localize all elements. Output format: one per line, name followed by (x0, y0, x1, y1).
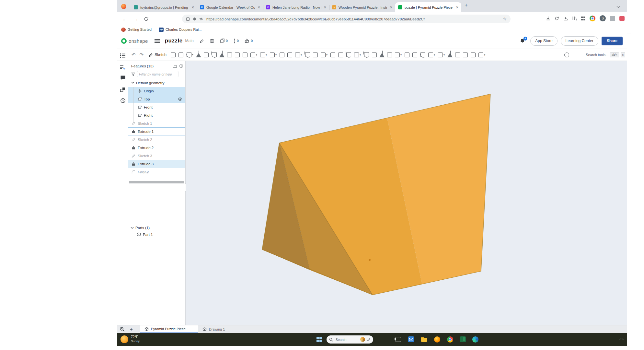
feature-extrude-3[interactable]: Extrude 3 (128, 160, 185, 168)
extrude-tool[interactable] (170, 52, 176, 58)
reload-button[interactable] (144, 17, 149, 21)
tab-close-icon[interactable]: × (258, 5, 260, 9)
share-button[interactable]: Share (602, 37, 623, 45)
notifications-bell-icon[interactable]: 4 (520, 38, 525, 44)
excel-icon[interactable] (459, 336, 466, 343)
thicken-tool[interactable] (203, 52, 209, 58)
flange-tool[interactable] (363, 52, 369, 58)
custom-feature-tool-button[interactable] (564, 52, 569, 58)
bookmark-getting-started[interactable]: Getting Started (121, 28, 152, 32)
taskbar-search-input[interactable] (335, 337, 358, 342)
hamburger-menu-icon[interactable] (155, 39, 160, 43)
file-explorer-icon[interactable] (420, 336, 428, 343)
translate-icon[interactable] (199, 18, 203, 21)
feature-list-toggle-icon[interactable] (119, 52, 126, 59)
feature-default-geometry[interactable]: Default geometry (128, 79, 185, 87)
lock-icon[interactable] (193, 17, 196, 21)
forward-button[interactable]: → (133, 16, 138, 22)
redo-icon[interactable]: ↷ (140, 52, 144, 58)
modify-fillet-tool[interactable] (346, 52, 351, 58)
insert-item-icon[interactable] (119, 64, 126, 71)
save-icon[interactable] (563, 16, 568, 21)
firefox-icon[interactable] (433, 336, 441, 343)
corner-break-tool[interactable] (379, 52, 385, 57)
feature-origin[interactable]: Origin (128, 87, 185, 95)
tab-google-calendar[interactable]: 31 Google Calendar - Week of Oc × (197, 2, 263, 12)
loft-tool[interactable] (196, 52, 201, 57)
mail-app-icon[interactable] (408, 336, 415, 343)
feature-extrude-2[interactable]: Extrude 2 (128, 144, 185, 152)
download-icon[interactable] (546, 16, 550, 21)
fill-surface-tool[interactable] (313, 52, 318, 58)
measure-tool[interactable] (387, 52, 392, 58)
feature-plane-front[interactable]: Front (128, 103, 185, 111)
circular-pattern-tool[interactable] (260, 52, 267, 58)
fillet-tool[interactable] (211, 52, 217, 58)
task-view-icon[interactable] (395, 336, 402, 343)
move-face-tool[interactable] (320, 52, 328, 58)
back-button[interactable]: ← (122, 16, 127, 22)
delete-face-tool[interactable] (338, 52, 343, 58)
mate-connector-tool[interactable] (428, 52, 435, 58)
add-tab-button[interactable]: + (130, 326, 133, 332)
helix-tool[interactable] (412, 52, 418, 58)
hole-tool[interactable] (242, 52, 248, 58)
sync-icon[interactable] (555, 16, 559, 21)
tab-close-icon[interactable]: × (456, 5, 458, 9)
rollback-bar[interactable] (129, 181, 184, 183)
section-view-tool[interactable] (470, 52, 476, 58)
address-bar[interactable]: https://cad.onshape.com/documents/5cba4b… (182, 15, 511, 23)
edge-icon[interactable] (472, 336, 479, 343)
chrome-icon[interactable] (446, 336, 454, 343)
rename-pencil-icon[interactable] (200, 39, 204, 43)
feature-fillet-2[interactable]: Fillet 2 (128, 168, 185, 176)
linear-pattern-tool[interactable] (250, 52, 258, 58)
transform-tool[interactable] (295, 52, 302, 58)
history-clock-icon[interactable] (119, 97, 126, 104)
feature-extrude-1[interactable]: Extrude 1 (128, 127, 185, 135)
search-tools[interactable]: Search tools... alt/= c (583, 49, 625, 61)
performance-zoom-icon[interactable] (120, 327, 125, 332)
weather-sun-icon[interactable] (121, 335, 128, 343)
revolve-tool[interactable] (178, 52, 184, 58)
shell-tool[interactable] (235, 52, 240, 58)
reading-list-icon[interactable] (572, 16, 577, 20)
part-1[interactable]: Part 1 (128, 231, 185, 237)
parts-header-row[interactable]: Parts (1) (128, 223, 185, 231)
mirror-tool[interactable] (270, 52, 277, 58)
variable-tool[interactable] (395, 52, 402, 58)
tab-close-icon[interactable]: × (191, 5, 194, 9)
export-tool[interactable] (455, 52, 460, 58)
tab-search-chevron-icon[interactable] (617, 5, 620, 8)
feature-sketch-2[interactable]: Sketch 2 (128, 135, 185, 144)
replace-face-tool[interactable] (330, 52, 336, 58)
split-tool[interactable] (287, 52, 293, 58)
draft-tool[interactable] (227, 52, 232, 58)
bookmark-charles-coopers[interactable]: RP Charles Coopers Rai... (159, 28, 201, 32)
likes-count[interactable]: 0 (245, 39, 253, 43)
tab-pandora-radio[interactable]: P Helen Jane Long Radio - Now P × (263, 2, 329, 12)
onshape-logo-icon[interactable] (121, 38, 127, 44)
learning-center-button[interactable]: Learning Center (561, 36, 598, 46)
gusset-tool[interactable] (447, 52, 453, 57)
sketch-button[interactable]: Sketch (149, 52, 167, 57)
boolean-tool[interactable] (279, 52, 285, 58)
comments-icon[interactable] (119, 74, 126, 81)
daily-highlight-icon[interactable] (360, 337, 365, 342)
versions-icon[interactable] (119, 86, 126, 93)
sheet-metal-tool[interactable] (354, 52, 361, 58)
branches-count[interactable]: 0 (234, 39, 239, 43)
apps-grid-icon[interactable] (581, 16, 585, 21)
profile-avatar[interactable]: S (600, 15, 606, 21)
feature-sketch-3[interactable]: Sketch 3 (128, 152, 185, 160)
wrap-tool[interactable] (420, 52, 426, 58)
app-store-button[interactable]: App Store (530, 36, 557, 46)
feature-sketch-1[interactable]: Sketch 1 (128, 119, 185, 127)
tab-close-icon[interactable]: × (324, 5, 326, 9)
chrome-extension-icon[interactable] (590, 16, 595, 21)
chamfer-tool[interactable] (219, 52, 224, 57)
sweep-tool[interactable] (186, 52, 194, 58)
chevron-down-icon[interactable] (131, 82, 134, 84)
undo-icon[interactable]: ↶ (132, 52, 136, 58)
bookmark-star-icon[interactable]: ☆ (503, 17, 507, 21)
